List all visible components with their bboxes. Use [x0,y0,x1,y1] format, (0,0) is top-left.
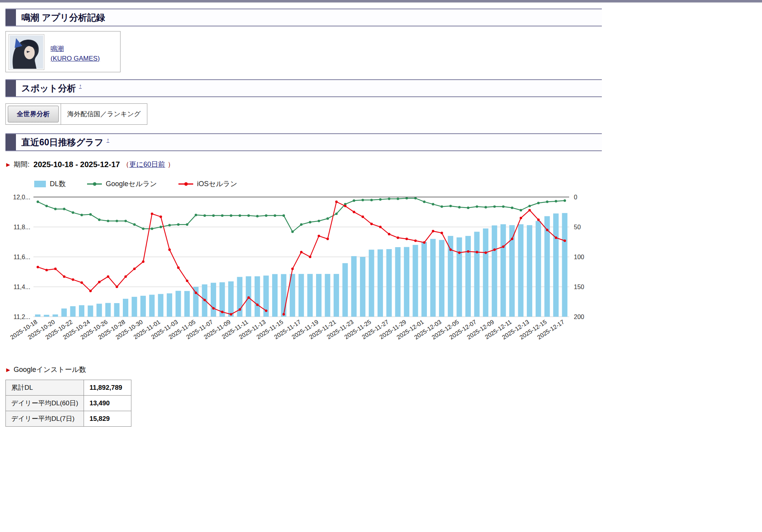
legend-item-dl[interactable]: DL数 [34,179,66,188]
header-accent-block [5,134,16,150]
line-dot-icon [184,182,188,186]
top-strip-accent-line [0,0,762,2]
install-heading: ▶ Googleインストール数 [6,365,602,374]
graph-title-text: 直近60日推移グラフ [21,137,103,147]
svg-text:100: 100 [574,254,584,260]
install-stats-table: 累計DL 11,892,789 デイリー平均DL(60日) 13,490 デイリ… [5,380,131,427]
stat-value-daily-avg-7: 15,829 [84,411,131,427]
legend-item-ios[interactable]: iOSセルラン [178,179,238,188]
tab-worldwide-analysis[interactable]: 全世界分析 [8,106,59,122]
red-triangle-icon: ▶ [6,367,10,373]
bar-swatch-icon [34,181,46,187]
svg-text:200: 200 [574,314,584,320]
period-value: 2025-10-18 - 2025-12-17 [33,160,120,169]
stat-label-daily-avg-7: デイリー平均DL(7日) [6,411,84,427]
previous-60-days-link[interactable]: 更に60日前 [129,160,165,169]
app-info-box: 鳴潮 (KURO GAMES) [5,31,121,72]
legend-label-dl: DL数 [50,179,66,188]
graph-section-header: 直近60日推移グラフ↑ [5,133,602,151]
legend-item-google[interactable]: Googleセルラン [87,179,157,188]
developer-paren-close: ) [98,55,100,62]
tab-cell-worldwide: 全世界分析 [6,104,61,124]
table-row: デイリー平均DL(7日) 15,829 [6,411,131,427]
spot-tabs: 全世界分析 海外配信国／ランキング [5,103,147,125]
paren-close: ） [168,160,175,169]
trend-chart: DL数 Googleセルラン iOSセルラン 12,0...11,8...11,… [5,179,602,355]
svg-text:50: 50 [574,224,581,230]
back-to-top-link[interactable]: ↑ [107,137,109,143]
install-title: Googleインストール数 [14,365,86,374]
chart-legend: DL数 Googleセルラン iOSセルラン [34,179,602,188]
header-accent-block [5,80,16,96]
svg-text:11,4...: 11,4... [14,284,30,290]
legend-label-ios: iOSセルラン [197,179,238,188]
period-label: 期間: [14,160,30,169]
spot-section-title: スポット分析↑ [21,82,82,94]
stat-label-total-dl: 累計DL [6,380,84,396]
svg-text:11,6...: 11,6... [14,254,30,260]
graph-section-title: 直近60日推移グラフ↑ [21,136,109,148]
page-title: 鳴潮 アプリ分析記録 [21,12,105,24]
legend-label-google: Googleセルラン [106,179,157,188]
red-triangle-icon: ▶ [6,162,10,167]
page-content: 鳴潮 アプリ分析記録 鳴潮 (KURO GAMES) スポット分析↑ 全世界分析… [5,9,602,427]
developer-link[interactable]: (KURO GAMES) [51,55,100,62]
period-row: ▶ 期間: 2025-10-18 - 2025-12-17 （ 更に60日前 ） [6,160,602,169]
app-name-link[interactable]: 鳴潮 [51,45,64,52]
chart-canvas: 12,0...11,8...11,6...11,4...11,2...05010… [5,192,600,355]
tab-overseas-ranking[interactable]: 海外配信国／ランキング [61,104,147,124]
line-swatch-icon [178,183,193,185]
svg-text:150: 150 [574,284,584,290]
developer-name: KURO GAMES [53,55,98,62]
table-row: デイリー平均DL(60日) 13,490 [6,396,131,411]
stat-label-daily-avg-60: デイリー平均DL(60日) [6,396,84,411]
stat-value-daily-avg-60: 13,490 [84,396,131,411]
paren-open: （ [122,160,129,169]
header-accent-block [5,9,16,26]
spot-section-header: スポット分析↑ [5,79,602,97]
svg-text:11,2...: 11,2... [14,314,30,320]
line-swatch-icon [87,183,102,185]
spot-title-text: スポット分析 [21,83,76,93]
svg-text:12,0...: 12,0... [13,194,30,201]
back-to-top-link[interactable]: ↑ [79,83,82,89]
svg-text:0: 0 [574,194,577,201]
app-links: 鳴潮 (KURO GAMES) [51,34,100,69]
stat-value-total-dl: 11,892,789 [84,380,131,396]
app-icon-image [10,35,43,69]
top-strip [0,0,762,3]
svg-text:11,8...: 11,8... [14,224,30,230]
table-row: 累計DL 11,892,789 [6,380,131,396]
line-dot-icon [93,182,96,186]
app-icon [9,34,44,70]
page-header: 鳴潮 アプリ分析記録 [5,9,602,26]
